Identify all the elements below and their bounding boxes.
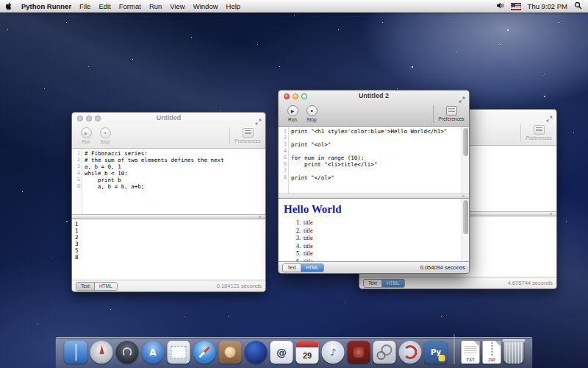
pane-splitter[interactable] <box>279 194 469 199</box>
code-line: 1 print "<h1 style='color:blue'>Hello Wo… <box>279 128 469 135</box>
dock-icon-at[interactable]: @ <box>270 341 293 364</box>
line-number: 5 <box>72 177 82 183</box>
rendered-list-item: 6. title <box>296 258 469 262</box>
html-mode-button[interactable]: HTML <box>381 280 404 287</box>
preferences-icon <box>243 128 254 138</box>
pane-splitter[interactable] <box>72 214 265 219</box>
output-line: 1 <box>72 221 265 227</box>
editor-scrollbar[interactable] <box>462 127 469 194</box>
code-line: 2 # the sum of two elements defines the … <box>72 157 265 163</box>
stop-button[interactable]: ■ Stop <box>96 127 115 144</box>
close-button[interactable] <box>77 116 83 121</box>
window-footer: Text HTML 0.054094 seconds <box>279 261 469 273</box>
window-footer: Text HTML 0.184121 seconds <box>72 280 265 291</box>
line-number: 1 <box>279 128 288 135</box>
dock-icon-glyph: A <box>142 341 165 364</box>
code-line: 3 print "<ol>" <box>279 141 469 148</box>
traffic-lights <box>284 93 307 99</box>
run-button[interactable]: ▶ Run <box>76 127 96 144</box>
dock-icon-glyph: @ <box>270 341 293 364</box>
scrollbar-thumb[interactable] <box>463 128 468 156</box>
stop-button[interactable]: ■ Stop <box>302 105 321 122</box>
rendered-list-item: 2. title <box>296 227 469 236</box>
dock-icon-glyph: 29 <box>296 341 319 364</box>
dock-icon-quicktime[interactable] <box>399 341 422 364</box>
html-mode-button[interactable]: HTML <box>94 283 117 290</box>
dock-icon-itunes[interactable]: ♪ <box>322 341 345 364</box>
dock: A @ <box>56 333 533 368</box>
zoom-button[interactable] <box>95 116 101 121</box>
output-line: 3 <box>72 241 265 247</box>
dock-icon-glyph <box>245 341 268 364</box>
dock-icon-python[interactable]: Py <box>425 341 448 364</box>
title-bar[interactable]: Untitled 2 <box>279 91 469 102</box>
input-source-flag-icon[interactable] <box>511 3 521 10</box>
code-editor[interactable]: 1 # Fibonacci series: 2 # the sum of two… <box>72 149 265 214</box>
fullscreen-icon[interactable] <box>255 115 262 121</box>
code-text: a, b = 0, 1 <box>82 163 121 170</box>
code-text <box>288 148 291 155</box>
dock-icon-movies[interactable] <box>348 341 370 364</box>
preferences-button[interactable]: Preferences <box>438 106 465 121</box>
dock-icon-appstore[interactable]: A <box>142 341 165 364</box>
menu-item[interactable]: File <box>79 2 90 10</box>
dock-icon-globe[interactable] <box>245 341 268 364</box>
toolbar: ▶ Run ■ Stop Preferences <box>72 124 265 148</box>
menu-item[interactable]: Format <box>119 2 141 10</box>
text-mode-button[interactable]: Text <box>76 283 94 290</box>
rendered-list-item: 1. title <box>296 219 469 227</box>
menu-item[interactable]: Window <box>193 2 218 10</box>
text-mode-button[interactable]: Text <box>364 280 381 287</box>
dock-icon-trash[interactable] <box>504 341 524 364</box>
code-editor[interactable]: 1 print "<h1 style='color:blue'>Hello Wo… <box>279 127 469 194</box>
active-app-name[interactable]: Python Runner <box>21 2 71 10</box>
dock-icon-dashboard[interactable] <box>116 341 139 364</box>
rendered-list-item: 5. title <box>296 250 469 258</box>
output-scrollbar[interactable] <box>462 199 469 261</box>
dock-icon-mail[interactable] <box>168 341 190 364</box>
output-line: 5 <box>72 247 265 254</box>
code-text: # Fibonacci series: <box>82 150 148 157</box>
title-bar[interactable]: Untitled <box>72 113 265 124</box>
menu-bar-clock[interactable]: Thu 9:02 PM <box>528 2 567 10</box>
preferences-button[interactable]: Preferences <box>234 128 261 144</box>
text-mode-button[interactable]: Text <box>283 264 301 272</box>
menu-item[interactable]: Run <box>149 2 162 10</box>
code-line: 3 a, b = 0, 1 <box>72 163 265 170</box>
zoom-button[interactable] <box>301 93 307 99</box>
spotlight-icon[interactable] <box>574 1 582 11</box>
rendered-html-heading: Hello World <box>284 203 469 216</box>
line-number: 2 <box>72 157 82 163</box>
dock-icon-zip[interactable]: ZIP <box>483 341 501 364</box>
dock-icon-finder[interactable] <box>65 341 87 364</box>
apple-menu-icon[interactable] <box>6 2 13 11</box>
minimize-button[interactable] <box>293 93 298 99</box>
window-untitled-2: Untitled 2 ▶ Run ■ Stop Preferences <box>278 90 470 274</box>
code-line: 4 <box>279 148 469 155</box>
run-button[interactable]: ▶ Run <box>283 105 302 122</box>
play-icon: ▶ <box>85 131 88 135</box>
html-mode-button[interactable]: HTML <box>301 264 323 272</box>
code-line: 2 <box>279 135 469 141</box>
dock-icon-calendar[interactable]: 29 <box>296 341 319 364</box>
close-button[interactable] <box>284 93 290 99</box>
menu-item[interactable]: View <box>170 2 184 10</box>
preferences-button[interactable]: Preferences <box>526 125 552 141</box>
volume-icon[interactable] <box>496 1 504 11</box>
window-footer: Text HTML 4.676744 seconds <box>359 277 556 289</box>
fullscreen-icon[interactable] <box>546 112 553 118</box>
menu-item[interactable]: Help <box>226 2 241 10</box>
scrollbar-thumb[interactable] <box>463 200 468 234</box>
dock-icon-safari[interactable] <box>193 341 216 364</box>
dock-icon-launchpad[interactable] <box>90 341 113 364</box>
fullscreen-icon[interactable] <box>459 93 465 99</box>
dock-icon-sysprefs[interactable] <box>373 341 396 364</box>
minimize-button[interactable] <box>86 116 92 121</box>
output-mode-segmented-control: Text HTML <box>76 282 118 291</box>
rendered-list-item: 3. title <box>296 235 469 243</box>
dock-icon-photobooth[interactable] <box>219 341 242 364</box>
output-line: 8 <box>72 254 265 261</box>
dock-icon-txt[interactable]: TXT <box>462 341 480 364</box>
code-line: 4 while b < 10: <box>72 170 265 177</box>
menu-item[interactable]: Edit <box>98 2 110 10</box>
